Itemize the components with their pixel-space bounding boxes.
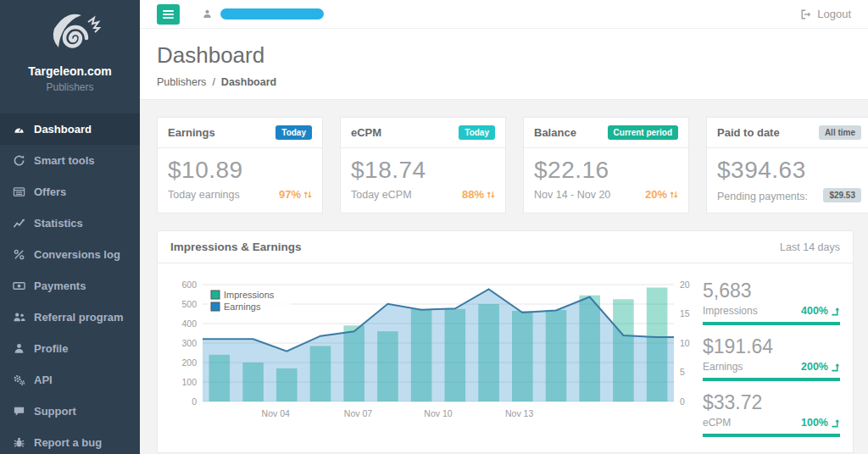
topbar: Logout <box>140 0 868 29</box>
breadcrumb-separator: / <box>212 76 214 88</box>
ecpm-stat: $33.72 eCPM 100% <box>703 391 840 437</box>
svg-text:5: 5 <box>680 367 685 377</box>
stat-underline <box>703 378 840 381</box>
card-title: Balance <box>534 126 576 139</box>
sort-arrows-icon <box>303 190 312 200</box>
breadcrumb-root[interactable]: Publishers <box>157 76 206 88</box>
impressions-earnings-panel: Impressions & Earnings Last 14 days 0100… <box>157 230 854 453</box>
stat-percent: 400% <box>801 305 840 317</box>
sidebar-item-profile[interactable]: Profile <box>0 333 140 364</box>
ecpm-card: eCPM Today $18.74 Today eCPM 88% <box>340 117 506 213</box>
svg-text:500: 500 <box>181 299 197 309</box>
menu-toggle-button[interactable] <box>157 4 180 25</box>
sidebar-item-label: Support <box>34 405 76 418</box>
card-value: $10.89 <box>168 157 312 184</box>
card-title: eCPM <box>351 126 381 139</box>
sidebar-item-label: Referral program <box>34 311 123 324</box>
card-value: $18.74 <box>351 157 495 184</box>
svg-text:Nov 13: Nov 13 <box>505 408 533 418</box>
sidebar-item-payments[interactable]: Payments <box>0 270 140 302</box>
list-icon <box>13 185 25 198</box>
sign-out-icon <box>800 8 812 20</box>
card-sublabel: Nov 14 - Nov 20 <box>534 189 610 201</box>
earnings-stat: $191.64 Earnings 200% <box>703 335 840 381</box>
sidebar-item-smart-tools[interactable]: Smart tools <box>0 145 140 176</box>
panel-title: Impressions & Earnings <box>170 241 302 253</box>
brand-logo <box>34 7 107 59</box>
period-badge: Today <box>459 125 495 140</box>
svg-text:600: 600 <box>181 280 197 290</box>
user-icon <box>13 342 25 355</box>
brand-subtitle: Publishers <box>0 81 140 93</box>
sidebar-item-offers[interactable]: Offers <box>0 176 140 208</box>
period-badge: Today <box>275 125 312 140</box>
sidebar-item-api[interactable]: API <box>0 364 140 396</box>
stat-value: $191.64 <box>703 335 840 358</box>
card-percent: 88% <box>462 188 495 201</box>
stat-percent: 200% <box>801 361 840 373</box>
sidebar-item-label: API <box>34 374 53 386</box>
stat-value: $33.72 <box>703 391 840 414</box>
svg-text:Nov 07: Nov 07 <box>344 408 372 418</box>
breadcrumb: Publishers / Dashboard <box>157 76 851 88</box>
card-sublabel: Pending payments: <box>717 191 808 202</box>
sidebar-item-label: Dashboard <box>34 123 92 136</box>
dashboard-icon <box>13 123 25 136</box>
svg-text:400: 400 <box>181 318 197 329</box>
card-value: $394.63 <box>717 157 861 184</box>
sidebar-item-label: Statistics <box>34 217 83 230</box>
sidebar-item-report-a-bug[interactable]: Report a bug <box>0 427 140 454</box>
user-mini <box>202 8 324 19</box>
svg-text:300: 300 <box>181 338 197 348</box>
svg-text:10: 10 <box>680 338 690 348</box>
impressions-earnings-chart: 010020030040050060005101520Nov 04Nov 07N… <box>170 274 703 447</box>
logout-button[interactable]: Logout <box>800 8 851 20</box>
level-up-arrow-icon <box>831 418 840 428</box>
sort-arrows-icon <box>670 190 678 200</box>
stat-label: Impressions <box>703 305 758 317</box>
svg-text:Nov 10: Nov 10 <box>424 408 452 418</box>
percent-icon <box>13 248 25 261</box>
main-area: Logout Dashboard Publishers / Dashboard … <box>140 0 868 454</box>
svg-text:100: 100 <box>181 377 197 387</box>
comment-icon <box>13 405 25 418</box>
sidebar-item-support[interactable]: Support <box>0 396 140 427</box>
logout-label: Logout <box>817 8 851 20</box>
stat-underline <box>703 434 840 437</box>
earnings-card: Earnings Today $10.89 Today earnings 97% <box>157 117 323 213</box>
username-redacted-pill[interactable] <box>220 8 324 19</box>
svg-text:0: 0 <box>680 396 685 407</box>
card-value: $22.16 <box>534 157 678 184</box>
sidebar-item-label: Conversions log <box>34 248 120 261</box>
card-sublabel: Today earnings <box>168 189 240 201</box>
sort-arrows-icon <box>487 190 495 200</box>
svg-text:0: 0 <box>192 396 197 407</box>
level-up-arrow-icon <box>831 363 840 372</box>
card-title: Earnings <box>168 126 215 139</box>
sidebar: Targeleon.com Publishers Dashboard Smart… <box>0 0 140 454</box>
sidebar-nav: Dashboard Smart tools Offers Statistics … <box>0 114 140 454</box>
sidebar-item-statistics[interactable]: Statistics <box>0 208 140 239</box>
stat-value: 5,683 <box>703 280 840 302</box>
sidebar-item-dashboard[interactable]: Dashboard <box>0 114 140 145</box>
bug-icon <box>13 436 25 449</box>
page-title: Dashboard <box>157 42 851 69</box>
breadcrumb-current: Dashboard <box>221 76 276 88</box>
stat-label: eCPM <box>703 417 731 429</box>
refresh-icon <box>13 154 25 167</box>
svg-text:200: 200 <box>181 357 197 368</box>
sidebar-item-label: Profile <box>34 342 68 355</box>
card-title: Paid to date <box>717 126 780 139</box>
brand-title: Targeleon.com <box>0 64 140 78</box>
sidebar-item-conversions-log[interactable]: Conversions log <box>0 239 140 270</box>
sidebar-item-referral-program[interactable]: Referral program <box>0 302 140 333</box>
gears-icon <box>13 374 25 386</box>
users-icon <box>13 311 25 324</box>
svg-text:20: 20 <box>680 280 690 290</box>
svg-text:Earnings: Earnings <box>224 302 261 312</box>
card-percent: 20% <box>645 188 678 201</box>
level-up-arrow-icon <box>831 307 840 316</box>
period-badge: All time <box>819 125 861 140</box>
card-percent: 97% <box>279 188 312 201</box>
impressions-stat: 5,683 Impressions 400% <box>703 280 840 325</box>
